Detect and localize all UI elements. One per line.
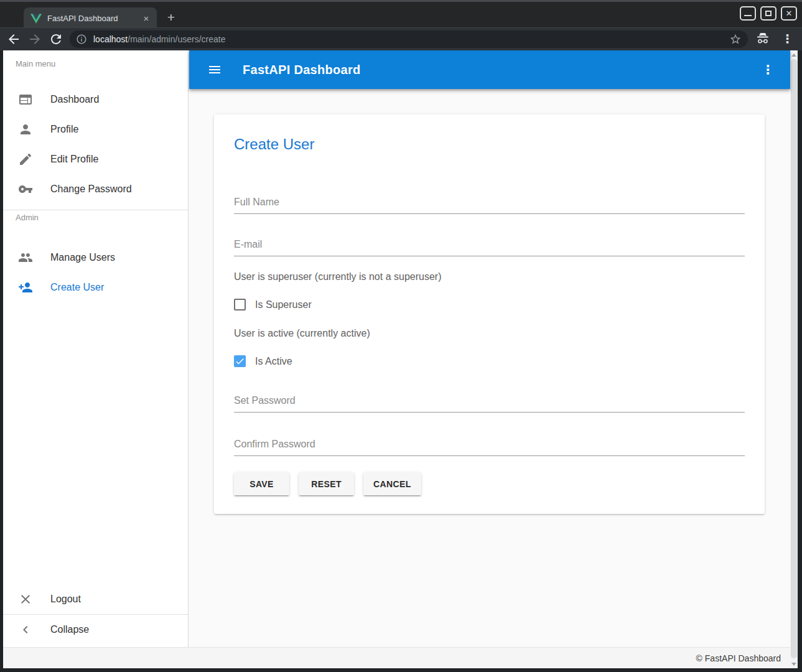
people-icon: [18, 250, 33, 265]
site-info-icon[interactable]: [76, 34, 87, 45]
hamburger-menu-icon[interactable]: [207, 62, 222, 77]
scroll-up-arrow-icon[interactable]: [790, 50, 798, 59]
browser-menu-icon[interactable]: ⋮: [781, 32, 793, 47]
url-path: /main/admin/users/create: [128, 34, 225, 44]
key-icon: [18, 182, 33, 197]
browser-titlebar: FastAPI Dashboard × + ✕: [0, 0, 802, 27]
sidebar-item-label: Dashboard: [50, 94, 99, 105]
active-hint: User is active (currently active): [234, 328, 745, 339]
sidebar-item-label: Profile: [50, 124, 78, 135]
is-active-checkbox[interactable]: Is Active: [234, 355, 745, 367]
tab-title: FastAPI Dashboard: [47, 14, 141, 23]
is-superuser-checkbox[interactable]: Is Superuser: [234, 299, 745, 310]
sidebar-item-profile[interactable]: Profile: [3, 114, 188, 144]
sidebar-item-label: Edit Profile: [50, 154, 98, 165]
person-add-icon: [18, 280, 33, 295]
minimize-icon: [744, 15, 752, 16]
browser-window: FastAPI Dashboard × + ✕ localhost/main/a…: [0, 0, 802, 672]
back-icon[interactable]: [6, 32, 21, 47]
checkbox-label: Is Active: [255, 356, 292, 367]
refresh-icon[interactable]: [49, 32, 63, 47]
tab-close-icon[interactable]: ×: [141, 13, 152, 24]
close-button[interactable]: ✕: [781, 6, 797, 21]
minimize-button[interactable]: [740, 6, 756, 21]
save-button[interactable]: SAVE: [234, 472, 289, 495]
sidebar-bottom: Logout Collapse: [3, 584, 188, 645]
checkbox-checked-icon: [234, 355, 246, 367]
app-menu-kebab-icon[interactable]: ⋮: [762, 62, 774, 77]
new-tab-button[interactable]: +: [163, 10, 179, 26]
page-footer: © FastAPI Dashboard: [3, 647, 790, 668]
sidebar-item-collapse[interactable]: Collapse: [3, 615, 188, 645]
reset-button[interactable]: RESET: [299, 472, 354, 495]
sidebar-item-manage-users[interactable]: Manage Users: [3, 243, 188, 273]
footer-text: © FastAPI Dashboard: [696, 653, 781, 663]
bookmark-star-icon[interactable]: [729, 33, 742, 45]
close-icon: ✕: [782, 7, 796, 19]
sidebar-divider: [3, 210, 188, 210]
vue-logo-icon: [30, 14, 42, 24]
chevron-left-icon: [18, 622, 33, 637]
page-viewport: Main menu Dashboard Profile: [3, 50, 798, 668]
maximize-icon: [765, 11, 772, 16]
admin-menu: Manage Users Create User: [3, 243, 188, 302]
address-bar[interactable]: localhost/main/admin/users/create: [70, 30, 748, 48]
pencil-icon: [18, 152, 33, 167]
sidebar: Main menu Dashboard Profile: [3, 50, 189, 647]
main-content: Create User User is superuser (currently…: [189, 89, 790, 647]
sidebar-item-label: Create User: [50, 282, 104, 293]
browser-tab[interactable]: FastAPI Dashboard ×: [24, 7, 157, 29]
person-icon: [18, 122, 33, 137]
main-menu: Dashboard Profile Edit Profile: [3, 85, 188, 204]
app-title: FastAPI Dashboard: [243, 63, 361, 77]
sidebar-item-dashboard[interactable]: Dashboard: [3, 85, 188, 114]
full-name-input[interactable]: [234, 197, 745, 214]
url-host: localhost: [93, 34, 128, 44]
email-input[interactable]: [234, 239, 745, 256]
sidebar-item-create-user[interactable]: Create User: [3, 273, 188, 302]
sidebar-item-logout[interactable]: Logout: [3, 584, 188, 614]
set-password-input[interactable]: [234, 395, 745, 413]
url-text: localhost/main/admin/users/create: [93, 34, 225, 44]
sidebar-item-edit-profile[interactable]: Edit Profile: [3, 144, 188, 174]
vertical-scrollbar[interactable]: [790, 50, 798, 668]
page-title: Create User: [234, 136, 745, 153]
window-controls: ✕: [740, 6, 797, 21]
forward-icon[interactable]: [27, 32, 42, 47]
sidebar-item-label: Logout: [50, 594, 81, 605]
scrollbar-thumb[interactable]: [791, 59, 797, 658]
maximize-button[interactable]: [760, 6, 776, 21]
web-icon: [18, 92, 33, 107]
app-bar: FastAPI Dashboard ⋮: [189, 50, 790, 89]
browser-toolbar: localhost/main/admin/users/create ⋮: [0, 27, 802, 50]
scroll-down-arrow-icon[interactable]: [790, 660, 798, 668]
confirm-password-input[interactable]: [234, 439, 745, 456]
sidebar-section-admin: Admin: [3, 213, 188, 234]
incognito-icon: [755, 32, 770, 47]
superuser-hint: User is superuser (currently is not a su…: [234, 271, 745, 282]
sidebar-item-label: Change Password: [50, 184, 132, 195]
sidebar-item-change-password[interactable]: Change Password: [3, 174, 188, 204]
toolbar-right: ⋮: [755, 32, 793, 47]
checkbox-unchecked-icon: [234, 299, 246, 310]
form-buttons: SAVE RESET CANCEL: [234, 472, 745, 495]
sidebar-section-main-menu: Main menu: [3, 50, 188, 72]
sidebar-item-label: Collapse: [50, 624, 89, 635]
create-user-card: Create User User is superuser (currently…: [214, 114, 765, 514]
close-x-icon: [18, 592, 33, 607]
cancel-button[interactable]: CANCEL: [363, 472, 421, 495]
checkbox-label: Is Superuser: [255, 299, 312, 310]
sidebar-item-label: Manage Users: [50, 252, 115, 263]
